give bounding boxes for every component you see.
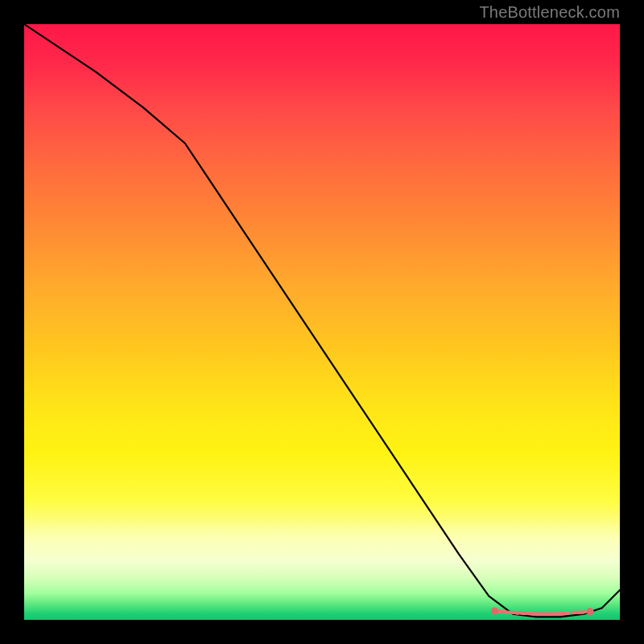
watermark-text: TheBottleneck.com <box>479 3 620 22</box>
bottleneck-curve-path <box>24 24 620 617</box>
svg-point-10 <box>587 608 594 615</box>
curve-layer <box>24 24 620 620</box>
trough-marker-group <box>495 611 590 614</box>
chart-stage: TheBottleneck.com <box>0 0 644 644</box>
plot-area <box>24 24 620 620</box>
svg-point-9 <box>491 607 498 614</box>
